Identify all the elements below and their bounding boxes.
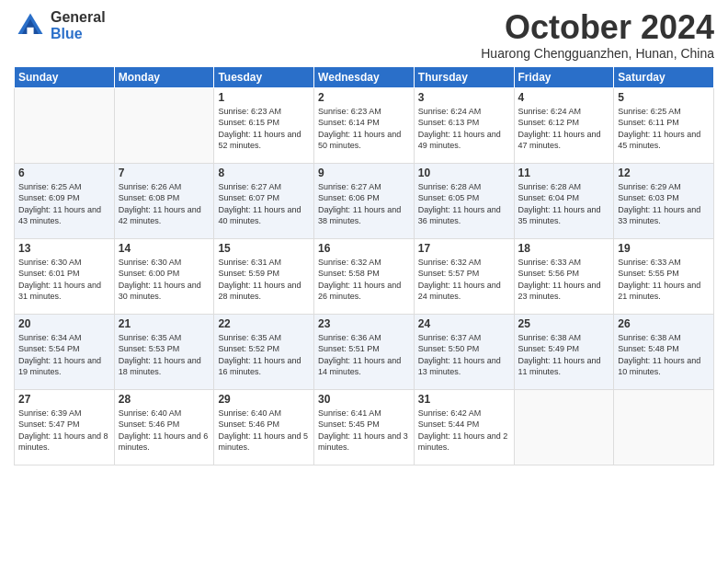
- day-number: 16: [318, 242, 410, 255]
- day-number: 9: [318, 167, 410, 179]
- sunrise-text: Sunrise: 6:40 AM: [218, 408, 281, 418]
- table-row: 4Sunrise: 6:24 AMSunset: 6:12 PMDaylight…: [514, 87, 614, 163]
- sunrise-text: Sunrise: 6:27 AM: [218, 182, 281, 191]
- day-number: 11: [518, 167, 610, 179]
- table-row: 22Sunrise: 6:35 AMSunset: 5:52 PMDayligh…: [214, 314, 314, 389]
- sunrise-text: Sunrise: 6:39 AM: [18, 408, 82, 418]
- day-number: 8: [218, 167, 310, 179]
- sunset-text: Sunset: 6:15 PM: [218, 118, 279, 127]
- col-monday: Monday: [114, 66, 214, 87]
- daylight-text: Daylight: 11 hours and 13 minutes.: [418, 356, 501, 377]
- sunrise-text: Sunrise: 6:32 AM: [418, 258, 482, 267]
- day-number: 28: [119, 393, 210, 406]
- day-number: 30: [318, 393, 410, 406]
- day-number: 31: [418, 393, 510, 406]
- day-info: Sunrise: 6:24 AMSunset: 6:12 PMDaylight:…: [518, 106, 610, 152]
- sunset-text: Sunset: 6:09 PM: [18, 193, 80, 202]
- sunrise-text: Sunrise: 6:35 AM: [218, 333, 281, 342]
- page: General Blue October 2024 Huarong Chengg…: [0, 0, 728, 563]
- col-sunday: Sunday: [15, 66, 115, 87]
- day-number: 24: [418, 317, 510, 330]
- table-row: 29Sunrise: 6:40 AMSunset: 5:46 PMDayligh…: [214, 389, 314, 465]
- day-number: 6: [18, 167, 110, 179]
- sunrise-text: Sunrise: 6:38 AM: [618, 333, 681, 342]
- sunset-text: Sunset: 6:00 PM: [119, 269, 180, 278]
- col-friday: Friday: [514, 66, 614, 87]
- sunrise-text: Sunrise: 6:30 AM: [119, 258, 182, 267]
- table-row: [614, 389, 714, 465]
- month-title: October 2024: [481, 9, 714, 46]
- sunset-text: Sunset: 5:59 PM: [218, 269, 279, 278]
- day-number: 18: [518, 242, 610, 255]
- table-row: 5Sunrise: 6:25 AMSunset: 6:11 PMDaylight…: [614, 87, 714, 163]
- sunset-text: Sunset: 6:04 PM: [518, 193, 580, 202]
- sunrise-text: Sunrise: 6:26 AM: [119, 182, 182, 191]
- day-number: 13: [18, 242, 110, 255]
- daylight-text: Daylight: 11 hours and 52 minutes.: [218, 130, 301, 151]
- sunrise-text: Sunrise: 6:40 AM: [119, 408, 182, 418]
- daylight-text: Daylight: 11 hours and 6 minutes.: [119, 431, 209, 453]
- day-number: 23: [318, 317, 410, 330]
- day-number: 27: [18, 393, 110, 406]
- day-number: 5: [618, 91, 710, 104]
- header: General Blue October 2024 Huarong Chengg…: [14, 9, 714, 61]
- daylight-text: Daylight: 11 hours and 43 minutes.: [18, 205, 101, 226]
- table-row: 14Sunrise: 6:30 AMSunset: 6:00 PMDayligh…: [114, 238, 214, 314]
- day-info: Sunrise: 6:32 AMSunset: 5:57 PMDaylight:…: [418, 257, 510, 303]
- daylight-text: Daylight: 11 hours and 16 minutes.: [218, 356, 301, 377]
- sunset-text: Sunset: 5:46 PM: [218, 419, 279, 429]
- day-info: Sunrise: 6:30 AMSunset: 6:00 PMDaylight:…: [119, 257, 210, 303]
- sunrise-text: Sunrise: 6:30 AM: [18, 258, 82, 267]
- sunrise-text: Sunrise: 6:31 AM: [218, 258, 281, 267]
- table-row: 11Sunrise: 6:28 AMSunset: 6:04 PMDayligh…: [514, 163, 614, 238]
- table-row: 9Sunrise: 6:27 AMSunset: 6:06 PMDaylight…: [314, 163, 415, 238]
- sunrise-text: Sunrise: 6:32 AM: [318, 258, 381, 267]
- daylight-text: Daylight: 11 hours and 24 minutes.: [418, 281, 501, 302]
- day-info: Sunrise: 6:41 AMSunset: 5:45 PMDaylight:…: [318, 408, 410, 454]
- sunset-text: Sunset: 5:47 PM: [18, 419, 80, 429]
- daylight-text: Daylight: 11 hours and 21 minutes.: [618, 281, 700, 302]
- daylight-text: Daylight: 11 hours and 28 minutes.: [218, 281, 301, 302]
- svg-rect-2: [27, 28, 33, 34]
- col-wednesday: Wednesday: [314, 66, 415, 87]
- day-number: 14: [119, 242, 210, 255]
- day-info: Sunrise: 6:26 AMSunset: 6:08 PMDaylight:…: [119, 181, 210, 227]
- table-row: 19Sunrise: 6:33 AMSunset: 5:55 PMDayligh…: [614, 238, 714, 314]
- subtitle: Huarong Chengguanzhen, Hunan, China: [481, 46, 714, 61]
- sunset-text: Sunset: 5:56 PM: [518, 269, 580, 278]
- calendar-week-row: 13Sunrise: 6:30 AMSunset: 6:01 PMDayligh…: [15, 238, 714, 314]
- sunset-text: Sunset: 6:13 PM: [418, 118, 480, 127]
- sunrise-text: Sunrise: 6:23 AM: [218, 107, 281, 116]
- logo-text: General Blue: [51, 9, 106, 41]
- sunset-text: Sunset: 6:12 PM: [518, 118, 580, 127]
- day-info: Sunrise: 6:33 AMSunset: 5:56 PMDaylight:…: [518, 257, 610, 303]
- table-row: 20Sunrise: 6:34 AMSunset: 5:54 PMDayligh…: [15, 314, 115, 389]
- sunrise-text: Sunrise: 6:24 AM: [518, 107, 582, 116]
- sunrise-text: Sunrise: 6:27 AM: [318, 182, 381, 191]
- table-row: 28Sunrise: 6:40 AMSunset: 5:46 PMDayligh…: [114, 389, 214, 465]
- day-info: Sunrise: 6:39 AMSunset: 5:47 PMDaylight:…: [18, 408, 110, 454]
- calendar-week-row: 1Sunrise: 6:23 AMSunset: 6:15 PMDaylight…: [15, 87, 714, 163]
- sunset-text: Sunset: 6:05 PM: [418, 193, 480, 202]
- day-info: Sunrise: 6:37 AMSunset: 5:50 PMDaylight:…: [418, 332, 510, 378]
- sunset-text: Sunset: 5:53 PM: [119, 344, 180, 353]
- day-number: 26: [618, 317, 710, 330]
- day-number: 12: [618, 167, 710, 179]
- col-thursday: Thursday: [414, 66, 514, 87]
- sunset-text: Sunset: 5:44 PM: [418, 419, 480, 429]
- day-info: Sunrise: 6:36 AMSunset: 5:51 PMDaylight:…: [318, 332, 410, 378]
- logo-general-text: General: [51, 9, 106, 26]
- daylight-text: Daylight: 11 hours and 49 minutes.: [418, 130, 501, 151]
- logo-blue-text: Blue: [51, 26, 106, 42]
- day-number: 19: [618, 242, 710, 255]
- sunrise-text: Sunrise: 6:33 AM: [518, 258, 582, 267]
- table-row: 25Sunrise: 6:38 AMSunset: 5:49 PMDayligh…: [514, 314, 614, 389]
- day-info: Sunrise: 6:28 AMSunset: 6:04 PMDaylight:…: [518, 181, 610, 227]
- daylight-text: Daylight: 11 hours and 10 minutes.: [618, 356, 700, 377]
- day-info: Sunrise: 6:40 AMSunset: 5:46 PMDaylight:…: [218, 408, 310, 454]
- sunrise-text: Sunrise: 6:41 AM: [318, 408, 381, 418]
- table-row: 13Sunrise: 6:30 AMSunset: 6:01 PMDayligh…: [15, 238, 115, 314]
- table-row: 3Sunrise: 6:24 AMSunset: 6:13 PMDaylight…: [414, 87, 514, 163]
- sunset-text: Sunset: 5:49 PM: [518, 344, 580, 353]
- table-row: [114, 87, 214, 163]
